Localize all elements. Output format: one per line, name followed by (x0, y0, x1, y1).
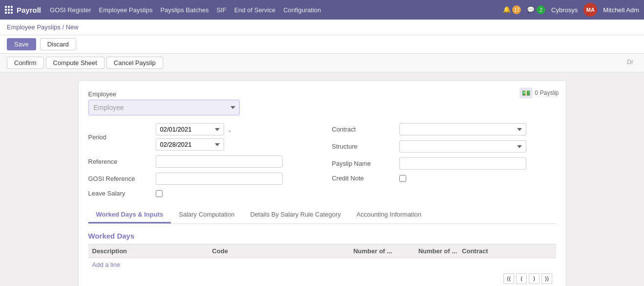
credit-note-row: Credit Note (332, 175, 556, 182)
prev-page-button[interactable]: ⟨ (516, 273, 527, 284)
payslip-badge: 💵 0 Payslip (519, 88, 559, 98)
employee-section: Employee Employee (88, 90, 556, 115)
left-col: Period 02/01/2021 - 02/28/2021 (88, 123, 312, 197)
app-menu[interactable]: Payroll (5, 6, 41, 14)
reference-row: Reference (88, 155, 312, 168)
breadcrumb-text: Employee Payslips / New (7, 23, 79, 31)
leave-salary-label: Leave Salary (88, 190, 152, 197)
confirm-button[interactable]: Confirm (7, 57, 44, 69)
period-label: Period (88, 133, 152, 141)
top-navigation: Payroll GOSI Register Employee Payslips … (0, 0, 644, 20)
tab-worked-days[interactable]: Worked Days & Inputs (88, 207, 171, 223)
tabs-bar: Worked Days & Inputs Salary Computation … (88, 207, 556, 224)
gosi-reference-row: GOSI Reference (88, 173, 312, 185)
nav-employee-payslips[interactable]: Employee Payslips (99, 6, 153, 14)
compute-sheet-button[interactable]: Compute Sheet (46, 57, 104, 69)
save-button[interactable]: Save (7, 38, 36, 50)
grid-icon[interactable] (5, 6, 13, 14)
gosi-reference-input[interactable] (156, 173, 283, 185)
money-icon: 💵 (519, 88, 533, 98)
payslip-badge-label: Payslip (540, 89, 559, 96)
tab-salary-computation[interactable]: Salary Computation (171, 207, 242, 223)
structure-select[interactable] (399, 140, 526, 153)
pagination-row: ⟨⟨ ⟨ ⟩ ⟩⟩ (88, 271, 556, 286)
credit-note-label: Credit Note (332, 175, 395, 182)
right-icons: 🔔 17 💬 2 Cybrosys MA Mitchell Adm (503, 3, 639, 17)
messages-icon[interactable]: 💬 2 (527, 5, 545, 14)
nav-end-of-service[interactable]: End of Service (234, 6, 276, 14)
payslip-name-input[interactable] (399, 157, 526, 170)
status-bar: Confirm Compute Sheet Cancel Payslip Dr (0, 54, 644, 72)
last-page-button[interactable]: ⟩⟩ (541, 273, 552, 284)
contract-select[interactable] (399, 123, 526, 135)
employee-select[interactable]: Employee (88, 100, 240, 115)
nav-configuration[interactable]: Configuration (283, 6, 321, 14)
contract-row: Contract (332, 123, 556, 135)
gosi-reference-label: GOSI Reference (88, 175, 152, 182)
col-number-1: Number of ... (332, 247, 397, 255)
structure-label: Structure (332, 143, 395, 150)
tab-details-by-salary-label: Details By Salary Rule Category (250, 211, 341, 218)
worked-days-section: Worked Days Description Code Number of .… (88, 232, 556, 286)
tab-accounting-information[interactable]: Accounting Information (349, 207, 429, 223)
right-col: Contract Structure Payslip Name (332, 123, 556, 197)
company-name[interactable]: Cybrosys (551, 6, 578, 14)
nav-payslips-batches[interactable]: Payslips Batches (160, 6, 208, 14)
cancel-payslip-button[interactable]: Cancel Payslip (106, 57, 163, 69)
discard-button[interactable]: Discard (40, 38, 76, 50)
breadcrumb: Employee Payslips / New (0, 20, 644, 35)
leave-salary-row: Leave Salary (88, 190, 312, 197)
credit-note-checkbox[interactable] (399, 175, 406, 182)
nav-gosi-register[interactable]: GOSI Register (50, 6, 91, 14)
col-code: Code (212, 247, 332, 255)
payslip-name-label: Payslip Name (332, 160, 395, 167)
app-name: Payroll (17, 6, 41, 14)
period-start-select[interactable]: 02/01/2021 (156, 123, 224, 135)
period-end-select[interactable]: 02/28/2021 (156, 138, 224, 151)
add-line-button[interactable]: Add a line (88, 258, 556, 271)
reference-label: Reference (88, 158, 152, 165)
notifications-badge: 17 (512, 5, 521, 14)
period-dash: - (227, 127, 233, 134)
user-name: Mitchell Adm (603, 6, 639, 14)
period-row: Period 02/01/2021 - 02/28/2021 (88, 123, 312, 151)
worked-days-title: Worked Days (88, 232, 556, 240)
toolbar: Save Discard (0, 35, 644, 54)
table-header: Description Code Number of ... Number of… (88, 244, 556, 258)
tab-worked-days-label: Worked Days & Inputs (96, 211, 164, 218)
reference-input[interactable] (156, 155, 283, 168)
next-page-button[interactable]: ⟩ (529, 273, 540, 284)
leave-salary-checkbox[interactable] (156, 190, 163, 197)
form-card: 💵 0 Payslip Employee Employee Period (78, 80, 566, 286)
bell-icon[interactable]: 🔔 17 (503, 5, 521, 14)
nav-items: GOSI Register Employee Payslips Payslips… (50, 6, 321, 14)
messages-badge: 2 (537, 5, 545, 14)
col-contract: Contract (462, 247, 552, 255)
structure-row: Structure (332, 140, 556, 153)
avatar[interactable]: MA (583, 3, 597, 17)
tab-accounting-information-label: Accounting Information (356, 211, 421, 218)
nav-sif[interactable]: SIF (216, 6, 226, 14)
col-description: Description (92, 247, 212, 255)
period-dates: 02/01/2021 - 02/28/2021 (156, 123, 233, 151)
first-page-button[interactable]: ⟨⟨ (503, 273, 514, 284)
payslip-name-row: Payslip Name (332, 157, 556, 170)
employee-label: Employee (88, 90, 556, 98)
tab-details-by-salary[interactable]: Details By Salary Rule Category (242, 207, 349, 223)
col-number-2: Number of ... (397, 247, 462, 255)
main-content: 💵 0 Payslip Employee Employee Period (0, 72, 644, 286)
contract-label: Contract (332, 126, 395, 133)
form-two-col: Period 02/01/2021 - 02/28/2021 (88, 123, 556, 197)
draft-status: Dr (623, 57, 637, 69)
tab-salary-computation-label: Salary Computation (179, 211, 234, 218)
payslip-count: 0 (535, 89, 538, 96)
